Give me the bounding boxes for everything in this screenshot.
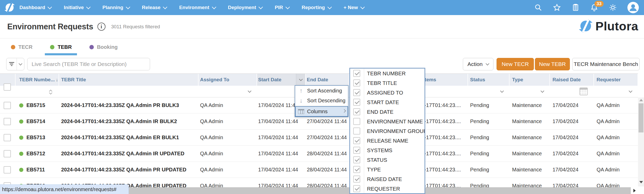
assigned-to: QA Admin: [199, 130, 257, 145]
columns-menu-option[interactable]: RAISED DATE: [350, 174, 424, 184]
nav-menu-item[interactable]: Deployment: [228, 5, 263, 10]
column-header-end-date[interactable]: End Date: [306, 74, 349, 86]
number-spinner[interactable]: [49, 89, 52, 94]
scroll-up-arrow-icon[interactable]: [639, 99, 643, 101]
top-navigation-bar: Dashboard Initiative Planning Release En…: [0, 0, 644, 15]
table-row[interactable]: EB5712 2024-04-17T01:44:23.335Z QA.Admin…: [0, 146, 638, 162]
nav-menu-item[interactable]: Planning: [102, 5, 129, 10]
notifications-bell-icon[interactable]: 33: [590, 3, 598, 12]
column-header-tebr-number[interactable]: TEBR Numbe... ↓: [16, 74, 59, 86]
nav-menu-item[interactable]: PIR: [275, 5, 289, 10]
vertical-scrollbar[interactable]: [638, 97, 644, 186]
plutora-brand-icon: [578, 19, 593, 33]
nav-menu-item[interactable]: + New: [344, 5, 364, 10]
columns-menu-option[interactable]: ENVIRONMENT NAME: [350, 117, 424, 126]
columns-menu-option[interactable]: REQUESTER: [350, 184, 424, 193]
action-button-label: Action: [468, 61, 483, 67]
column-context-menu: ↑ Sort Ascending ↓ Sort Descending Colum…: [295, 85, 349, 117]
columns-menu-option[interactable]: TYPE: [350, 165, 424, 174]
column-header-requester[interactable]: Requester: [594, 74, 638, 86]
columns-menu-option[interactable]: START DATE: [350, 97, 424, 107]
vertical-scrollbar-thumb[interactable]: [639, 103, 643, 132]
plutora-logo-icon[interactable]: [4, 2, 15, 13]
column-checkbox[interactable]: [353, 185, 360, 192]
column-option-label: TYPE: [367, 166, 381, 173]
column-checkbox[interactable]: [353, 176, 360, 183]
columns-menu-option[interactable]: SYSTEMS: [350, 145, 424, 155]
new-tecr-button[interactable]: New TECR: [497, 58, 534, 70]
row-checkbox[interactable]: [4, 118, 11, 125]
sort-ascending-menu-item[interactable]: ↑ Sort Ascending: [295, 86, 348, 96]
row-checkbox[interactable]: [4, 134, 11, 141]
filter-assigned-to[interactable]: [199, 86, 257, 97]
column-menu-trigger[interactable]: [296, 74, 305, 86]
table-row[interactable]: EB5713 2024-04-17T01:44:23.335Z QA.Admin…: [0, 130, 638, 146]
action-button[interactable]: Action: [463, 58, 493, 70]
column-header-tebr-title[interactable]: TEBR Title: [59, 74, 199, 86]
column-checkbox[interactable]: [353, 147, 360, 154]
columns-menu-option[interactable]: ASSIGNED TO: [350, 88, 424, 97]
column-header-start-date[interactable]: Start Date: [257, 74, 306, 86]
column-checkbox[interactable]: [353, 166, 360, 173]
filter-tebr-number[interactable]: [16, 86, 59, 97]
assigned-to: QA Admin: [199, 162, 257, 178]
user-avatar[interactable]: [627, 2, 639, 13]
chevron-down-icon: [163, 5, 167, 9]
nav-menu-item[interactable]: Release: [142, 5, 167, 10]
tab[interactable]: Booking: [84, 39, 123, 55]
nav-menu-item[interactable]: Initiative: [64, 5, 90, 10]
column-header-raised-date[interactable]: Raised Date: [550, 74, 594, 86]
live-search-input[interactable]: [27, 58, 150, 70]
filter-icon[interactable]: [6, 58, 17, 70]
column-checkbox[interactable]: [353, 99, 360, 106]
row-checkbox[interactable]: [4, 102, 11, 109]
sort-descending-menu-item[interactable]: ↓ Sort Descending: [295, 96, 348, 105]
chevron-down-icon: [259, 5, 263, 9]
nav-menu-item-label: Initiative: [64, 5, 84, 10]
filter-dropdown-button[interactable]: [17, 58, 24, 70]
settings-gear-icon[interactable]: [609, 3, 617, 12]
column-checkbox[interactable]: [353, 137, 360, 144]
column-checkbox[interactable]: [353, 128, 360, 135]
filter-status[interactable]: [468, 86, 509, 97]
tab[interactable]: TEBR: [45, 39, 77, 55]
column-checkbox[interactable]: [353, 118, 360, 125]
columns-menu-option[interactable]: TEBR TITLE: [350, 78, 424, 88]
columns-menu-option[interactable]: END DATE: [350, 107, 424, 117]
status: Pending: [468, 146, 509, 162]
favorites-star-icon[interactable]: [553, 3, 561, 12]
column-checkbox[interactable]: [353, 156, 360, 163]
nav-menu-item[interactable]: Reporting: [302, 5, 331, 10]
tecr-maintenance-bench-button[interactable]: TECR Maintenance Bench: [572, 58, 640, 70]
column-header-assigned-to[interactable]: Assigned To: [199, 74, 257, 86]
column-checkbox[interactable]: [353, 70, 360, 77]
column-checkbox[interactable]: [353, 108, 360, 115]
row-checkbox[interactable]: [4, 150, 11, 157]
clipboard-icon[interactable]: [571, 3, 580, 12]
scroll-right-button[interactable]: [631, 187, 638, 194]
columns-menu-option[interactable]: STATUS: [350, 155, 424, 165]
tab[interactable]: TECR: [6, 39, 38, 55]
column-header-type[interactable]: Type: [509, 74, 550, 86]
filter-split-button[interactable]: [6, 58, 24, 70]
table-row[interactable]: EB5711 2024-04-17T01:44:23.335Z QA.Admin…: [0, 162, 638, 178]
column-checkbox[interactable]: [353, 79, 360, 86]
columns-menu-option[interactable]: ENVIRONMENT GROUP: [350, 126, 424, 136]
filter-type[interactable]: [509, 86, 550, 97]
tebr-number: EB5713: [26, 135, 45, 141]
tebr-number: EB5715: [26, 102, 45, 108]
filter-requester[interactable]: [594, 86, 638, 97]
column-checkbox[interactable]: [353, 89, 360, 96]
scroll-down-arrow-icon[interactable]: [639, 181, 643, 183]
columns-menu-option[interactable]: TEBR NUMBER: [350, 69, 424, 78]
info-icon[interactable]: i: [97, 23, 105, 31]
filter-raised-date[interactable]: [550, 86, 594, 97]
search-icon[interactable]: [534, 3, 542, 12]
column-header-status[interactable]: Status: [468, 74, 509, 86]
new-tebr-button[interactable]: New TEBR: [535, 58, 570, 70]
row-checkbox[interactable]: [4, 166, 11, 173]
columns-menu-item[interactable]: Columns: [295, 106, 348, 117]
nav-menu-item[interactable]: Dashboard: [19, 5, 51, 10]
nav-menu-item[interactable]: Environment: [179, 5, 215, 10]
columns-menu-option[interactable]: RELEASE NAME: [350, 136, 424, 145]
